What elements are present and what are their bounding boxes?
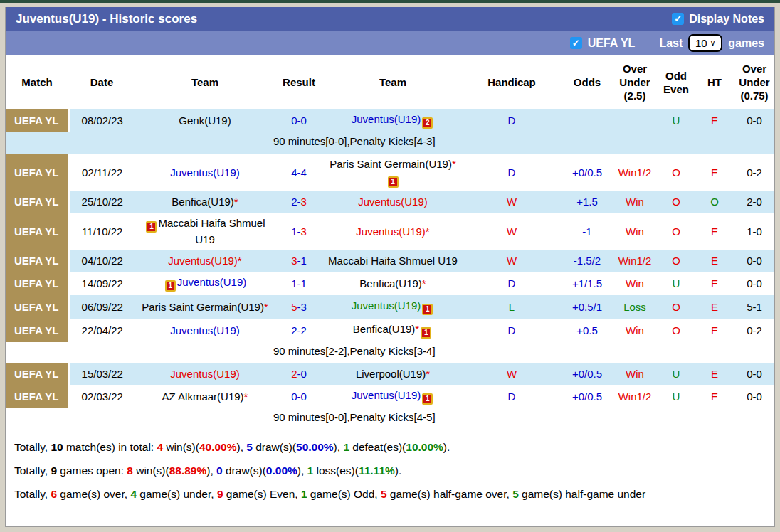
ht-cell: 0-2 [733, 154, 775, 191]
home-team-name: Genk(U19) [179, 115, 231, 127]
summary-text: 40.00% [199, 441, 237, 453]
summary-text: draw(s)( [223, 464, 266, 477]
odds-cell: Win [613, 272, 656, 295]
home-score: 3 [291, 255, 297, 267]
asterisk-marker: * [234, 196, 238, 208]
summary-text: win(s)( [133, 464, 169, 477]
over-under-25-cell: U [656, 385, 696, 408]
odd-even-cell: O [696, 191, 733, 213]
date-cell: 02/11/22 [68, 154, 135, 191]
uefa-yl-label: UEFA YL [588, 37, 636, 50]
away-team-cell: Benfica(U19)* [323, 272, 463, 295]
over-under-25-cell: U [656, 272, 696, 295]
red-card-icon: 1 [422, 304, 433, 315]
summary-text: loss(es)( [313, 464, 359, 477]
match-row: UEFA YL11/10/221Maccabi Haifa Shmuel U19… [6, 213, 775, 250]
away-team-name: Juventus(U19) [352, 299, 421, 312]
home-score: 1 [291, 277, 297, 289]
uefa-yl-checkbox[interactable]: ✓ [570, 37, 582, 49]
column-header: Odds [561, 55, 613, 109]
away-team-cell: Juventus(U19)1 [323, 385, 463, 408]
result-cell: 3-1 [275, 250, 323, 272]
handicap-cell: +0.5/1 [561, 295, 613, 319]
summary-text: 1 [307, 464, 314, 477]
outcome-cell: D [463, 385, 561, 408]
ht-cell: 0-0 [733, 363, 775, 385]
date-cell: 15/03/22 [68, 363, 135, 385]
odds-cell: Win1/2 [613, 385, 656, 408]
summary-text: game(s) half-game over, [387, 488, 513, 500]
result-cell: 1-3 [275, 213, 323, 250]
outcome-cell: W [463, 213, 561, 250]
outcome-cell: D [463, 154, 561, 191]
home-team-name: Paris Saint Germain(U19) [142, 301, 264, 313]
home-score: 0 [291, 390, 297, 403]
result-cell: 4-4 [275, 154, 323, 191]
summary-text: 4 [157, 441, 163, 453]
match-badge: UEFA YL [6, 109, 68, 132]
home-score: 4 [291, 166, 297, 179]
ht-cell: 5-1 [733, 295, 775, 319]
table-header-row: MatchDateTeamResultTeamHandicapOddsOver … [6, 55, 775, 109]
asterisk-marker: * [264, 301, 268, 313]
home-team-name: Juventus(U19) [170, 166, 240, 179]
home-team-cell: Juventus(U19) [135, 154, 275, 191]
home-team-name: Juventus(U19) [177, 276, 247, 288]
over-under-25-cell: U [656, 363, 696, 385]
match-row: UEFA YL25/10/22Benfica(U19)*2-3Juventus(… [6, 191, 775, 213]
match-badge: UEFA YL [6, 191, 68, 213]
ht-cell: 0-2 [733, 319, 775, 342]
handicap-cell: +0/0.5 [561, 385, 613, 408]
match-badge: UEFA YL [6, 295, 68, 319]
column-header: Handicap [463, 55, 561, 109]
asterisk-marker: * [415, 323, 419, 335]
summary-text: 9 [51, 464, 57, 477]
red-card-icon: 1 [165, 280, 176, 292]
match-row: UEFA YL15/03/22Juventus(U19)2-0Liverpool… [6, 363, 775, 385]
away-score: 1 [301, 277, 307, 289]
odds-cell [613, 109, 656, 132]
display-notes-checkbox[interactable]: ✓ [672, 13, 684, 25]
odd-even-cell: E [696, 154, 733, 191]
away-team-name: Juventus(U19) [356, 225, 426, 238]
last-games-select[interactable]: 10 ∨ [688, 34, 722, 52]
last-label: Last [659, 37, 682, 50]
date-cell: 04/10/22 [68, 250, 135, 272]
asterisk-marker: * [426, 368, 430, 380]
odds-cell: Win [613, 319, 656, 342]
penalty-note: 90 minutes[0-0],Penalty Kicks[4-3] [6, 132, 775, 154]
away-team-cell: Paris Saint Germain(U19)*1 [323, 154, 463, 191]
away-team-name: Juventus(U19) [358, 196, 428, 208]
summary-text: 10.00% [406, 441, 443, 453]
away-score: 0 [301, 368, 307, 380]
odd-even-cell: E [696, 385, 733, 408]
outcome-cell: W [463, 191, 561, 213]
note-row: 90 minutes[2-2],Penalty Kicks[3-4] [6, 342, 775, 363]
ht-cell: 2-0 [733, 191, 775, 213]
ht-cell: 0-0 [733, 385, 775, 408]
summary-text: game(s) half-game under [519, 488, 645, 500]
home-team-name: Benfica(U19) [172, 196, 234, 208]
column-header: Over Under (0.75) [733, 55, 775, 109]
red-card-icon: 2 [422, 117, 433, 129]
filter-bar: ✓ UEFA YL Last 10 ∨ games [6, 31, 774, 55]
odds-cell: Win1/2 [613, 154, 656, 191]
summary-text: game(s) Odd, [307, 488, 381, 500]
result-cell: 0-0 [275, 109, 323, 132]
over-under-25-cell: U [656, 109, 696, 132]
match-row: UEFA YL08/02/23Genk(U19)0-0Juventus(U19)… [6, 109, 775, 132]
summary-text: ), [334, 441, 344, 453]
date-cell: 06/09/22 [68, 295, 135, 319]
odd-even-cell: E [696, 319, 733, 342]
handicap-cell: +0/0.5 [561, 363, 613, 385]
match-row: UEFA YL06/09/22Paris Saint Germain(U19)*… [6, 295, 775, 319]
column-header: Team [323, 55, 463, 109]
outcome-cell: D [463, 109, 561, 132]
column-header: Odd Even [656, 55, 696, 109]
column-header: Result [275, 55, 323, 109]
away-team-name: Juventus(U19) [352, 113, 421, 125]
home-score: 2 [291, 368, 297, 380]
away-team-cell: Benfica(U19)*1 [323, 319, 463, 342]
match-table-body: UEFA YL08/02/23Genk(U19)0-0Juventus(U19)… [6, 109, 775, 430]
handicap-cell: +0/0.5 [561, 154, 613, 191]
